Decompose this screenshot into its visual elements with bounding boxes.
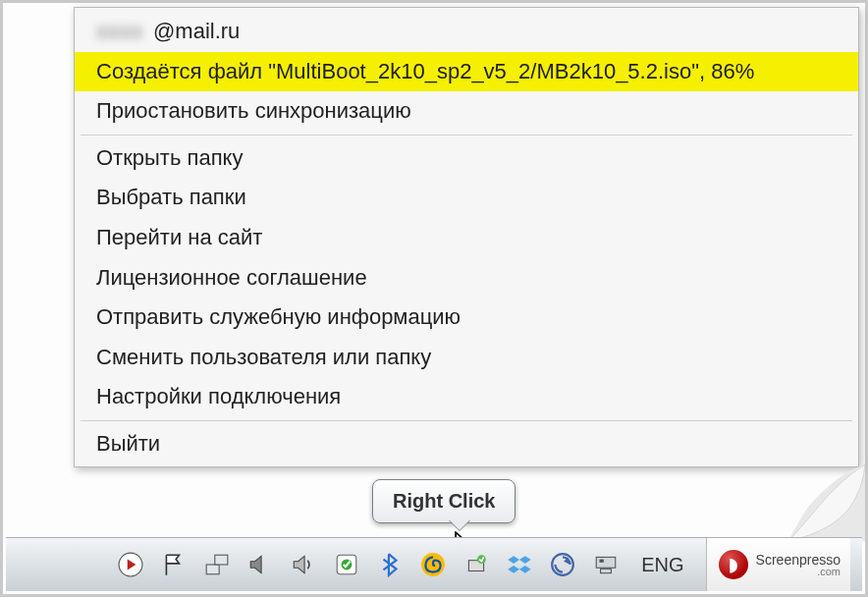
tray-icon-sync[interactable] [549,551,576,578]
annotation-tooltip: Right Click [372,479,515,523]
screenpresso-logo-icon: ◗ [719,550,748,579]
menu-item-pause-sync[interactable]: Приостановить синхронизацию [75,91,858,132]
username-blurred: xxxx [96,18,143,46]
tray-icon-dropbox[interactable] [506,551,533,578]
email-domain: @mail.ru [153,18,240,46]
tray-icon-mailru-cloud[interactable] [419,551,447,578]
menu-header: xxxx @mail.ru [75,12,858,52]
menu-separator [81,135,852,136]
page-curl-decoration [788,464,865,541]
tray-icon-volume1[interactable] [246,551,274,578]
menu-item-send-diag[interactable]: Отправить служебную информацию [75,298,858,338]
window-frame: xxxx @mail.ru Создаётся файл "MultiBoot_… [0,0,868,597]
tray-icon-media[interactable] [117,551,144,578]
language-indicator[interactable]: ENG [635,554,689,576]
taskbar: ENG ◗ Screenpresso .com [6,537,862,591]
system-tray: ENG ◗ Screenpresso .com [117,538,862,591]
screenpresso-watermark: ◗ Screenpresso .com [706,538,850,591]
menu-separator [81,420,852,421]
tray-icon-volume2[interactable] [290,551,317,578]
menu-item-change-user[interactable]: Сменить пользователя или папку [75,338,858,378]
tray-icon-shield[interactable] [333,551,360,578]
menu-item-open-folder[interactable]: Открыть папку [75,138,858,179]
screenpresso-label: Screenpresso .com [756,553,841,577]
menu-item-choose-folders[interactable]: Выбрать папки [75,178,858,218]
menu-item-license[interactable]: Лицензионное соглашение [75,258,858,298]
tray-icon-removable[interactable] [462,551,490,578]
menu-item-open-site[interactable]: Перейти на сайт [75,218,858,258]
tray-icon-device[interactable] [592,551,620,578]
menu-item-exit[interactable]: Выйти [75,424,858,464]
svg-rect-2 [215,555,228,565]
menu-item-connection[interactable]: Настройки подключения [75,377,858,417]
menu-item-status[interactable]: Создаётся файл "MultiBoot_2k10_sp2_v5_2/… [75,52,858,92]
context-menu: xxxx @mail.ru Создаётся файл "MultiBoot_… [74,7,859,467]
tray-icon-network[interactable] [203,551,231,578]
svg-rect-1 [206,565,219,574]
svg-rect-9 [597,557,617,568]
svg-rect-11 [600,560,604,563]
tray-icon-flag[interactable] [160,551,188,578]
svg-rect-10 [601,569,612,572]
tray-icon-bluetooth[interactable] [376,551,404,578]
